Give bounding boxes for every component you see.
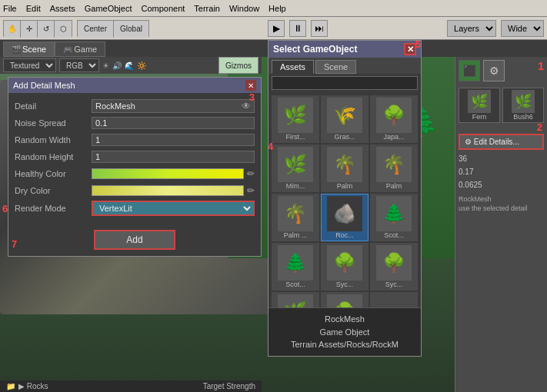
right-panel-top: ⬛ ⚙ 1	[459, 60, 544, 81]
asset-rock[interactable]: 🪨 Roc...	[321, 194, 369, 241]
badge-5: 5	[415, 38, 421, 50]
layout-select[interactable]: Wide	[501, 20, 544, 37]
add-detail-mesh-dialog: Add Detail Mesh ✕ Detail RockMesh 👁 3 No…	[8, 77, 262, 257]
palm2-thumb: 🌴	[376, 147, 412, 182]
add-detail-close-button[interactable]: ✕	[245, 80, 256, 91]
bush-label: Bush6	[513, 113, 533, 121]
noise-field-value[interactable]: 0.1	[92, 117, 255, 129]
menu-component[interactable]: Component	[141, 4, 185, 13]
badge-7: 7	[12, 238, 17, 250]
color-select[interactable]: RGB	[59, 58, 99, 72]
select-gameobject-dialog: Select GameObject ✕ 5 Assets Scene 🌿 Fir…	[268, 40, 422, 357]
syc2-thumb: 🌳	[376, 245, 412, 281]
right-panel: ⬛ ⚙ 1 🌿 Fern 🌿 Bush6 2 ⚙ Edit Details...…	[455, 57, 547, 392]
asset-palm3[interactable]: 🌴 Palm ...	[272, 194, 319, 241]
brush-icon[interactable]: ⬛	[459, 60, 480, 81]
rock-label: Roc...	[335, 231, 354, 239]
asset-syc1[interactable]: 🌳 Syc...	[321, 243, 369, 291]
menu-window[interactable]: Window	[229, 4, 259, 13]
search-input[interactable]	[272, 76, 418, 90]
add-detail-titlebar: Add Detail Mesh ✕	[8, 78, 261, 93]
scot1-thumb: 🌲	[376, 196, 412, 231]
dry-color-row: Dry Color ✏	[15, 184, 255, 198]
gras-label: Gras...	[334, 133, 355, 141]
menu-edit[interactable]: Edit	[26, 4, 41, 13]
target-strength-label: Target Strength	[203, 382, 255, 390]
add-detail-body: Detail RockMesh 👁 3 Noise Spread 0.1 Ran…	[8, 93, 261, 225]
render-mode-select[interactable]: Textured	[3, 58, 56, 72]
healthy-pencil-icon[interactable]: ✏	[247, 168, 255, 179]
asset-gras[interactable]: 🌾 Gras...	[321, 95, 369, 143]
detail-item-fern[interactable]: 🌿 Fern	[459, 88, 500, 123]
asset-thin[interactable]: 🌿 Thin...	[272, 292, 319, 307]
random-height-row: Random Height 1	[15, 150, 255, 164]
scot2-label: Scot...	[285, 281, 305, 288]
scale-tool-button[interactable]: ⬡	[55, 21, 72, 38]
settings-icon[interactable]: ⚙	[483, 60, 505, 81]
hint-text: RockMesh use the selected detail	[459, 195, 544, 213]
healthy-color-bar[interactable]	[92, 168, 244, 179]
tab-game[interactable]: 🎮 Game	[55, 42, 105, 57]
menu-file[interactable]: File	[3, 4, 17, 13]
select-go-title: Select GameObject	[273, 44, 357, 55]
syc1-thumb: 🌳	[327, 245, 362, 281]
gizmos-button[interactable]: Gizmos	[218, 57, 258, 74]
random-height-value[interactable]: 1	[92, 151, 255, 163]
dry-pencil-icon[interactable]: ✏	[247, 185, 255, 196]
scot2-thumb: 🌲	[278, 245, 313, 281]
palm1-label: Palm	[337, 182, 353, 190]
menu-terrain[interactable]: Terrain	[194, 4, 220, 13]
tab-scene[interactable]: 🎬 Scene	[3, 42, 55, 57]
fern-thumb: 🌿	[468, 90, 491, 113]
syc1-label: Syc...	[336, 281, 354, 288]
value-row-1: 36	[459, 154, 544, 163]
dry-color-label: Dry Color	[15, 186, 92, 195]
random-width-value[interactable]: 1	[92, 134, 255, 146]
asset-scot1[interactable]: 🌲 Scot...	[370, 194, 418, 241]
sgt-assets[interactable]: Assets	[272, 60, 314, 74]
menubar: File Edit Assets GameObject Component Te…	[0, 0, 547, 17]
add-button[interactable]: Add	[94, 230, 175, 250]
move-tool-button[interactable]: ✛	[21, 21, 38, 38]
center-button[interactable]: Center	[78, 21, 114, 38]
rock-thumb: 🪨	[327, 196, 362, 231]
badge-2: 2	[537, 121, 542, 133]
render-mode-dropdown[interactable]: VertexLit	[92, 201, 255, 216]
asset-palm1[interactable]: 🌴 Palm	[321, 145, 369, 192]
asset-mim[interactable]: 4 🌿 Mim...	[272, 145, 319, 192]
go-info-line1: RockMesh	[273, 313, 416, 326]
asset-first[interactable]: 🌿 First...	[272, 95, 319, 143]
play-button[interactable]: ▶	[268, 20, 285, 37]
first-label: First...	[286, 133, 305, 141]
rotate-tool-button[interactable]: ↺	[38, 21, 55, 38]
select-go-close-button[interactable]: ✕ 5	[404, 43, 416, 55]
menu-assets[interactable]: Assets	[50, 4, 75, 13]
menu-gameobject[interactable]: GameObject	[85, 4, 132, 13]
detail-grid: 🌿 Fern 🌿 Bush6	[459, 88, 544, 123]
global-button[interactable]: Global	[114, 21, 148, 38]
step-button[interactable]: ⏭	[311, 20, 328, 37]
badge-4: 4	[268, 141, 273, 152]
detail-item-bush[interactable]: 🌿 Bush6	[502, 88, 544, 123]
mim-label: Mim...	[286, 182, 305, 190]
pause-button[interactable]: ⏸	[289, 20, 306, 37]
edit-details-button[interactable]: ⚙ Edit Details...	[459, 134, 544, 150]
toolbar: ✋ ✛ ↺ ⬡ Center Global ▶ ⏸ ⏭ Layers Wide	[0, 17, 547, 40]
rocks-label: ▶ Rocks	[18, 382, 48, 390]
sgt-scene[interactable]: Scene	[315, 60, 356, 74]
random-height-label: Random Height	[15, 152, 92, 161]
add-detail-footer: 7 Add	[8, 225, 261, 256]
asset-syc2[interactable]: 🌳 Syc...	[370, 243, 418, 291]
asset-japa[interactable]: 🌳 Japa...	[370, 95, 418, 143]
detail-field-value[interactable]: RockMesh 👁	[92, 99, 255, 113]
dry-color-bar[interactable]	[92, 185, 244, 196]
asset-willow[interactable]: 🌳 Willow	[321, 292, 369, 307]
asset-palm2[interactable]: 🌴 Palm	[370, 145, 418, 192]
hand-tool-button[interactable]: ✋	[4, 21, 21, 38]
tab-bar: 🎬 Scene 🎮 Game	[0, 40, 269, 57]
asset-scot2[interactable]: 🌲 Scot...	[272, 243, 319, 291]
layers-select[interactable]: Layers	[447, 20, 496, 37]
value-row-3: 0.0625	[459, 181, 544, 189]
menu-help[interactable]: Help	[268, 4, 286, 13]
badge-6: 6	[2, 203, 8, 214]
